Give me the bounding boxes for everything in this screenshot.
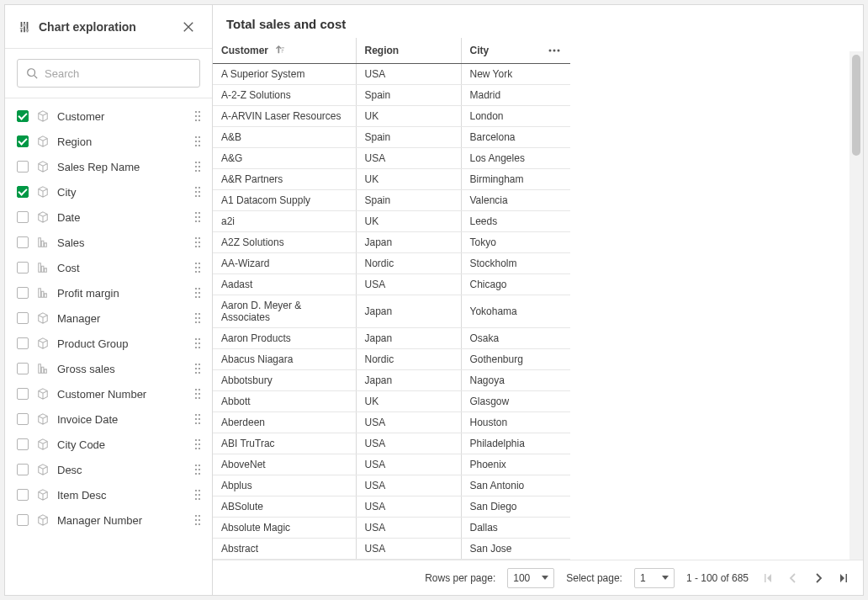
drag-handle-icon[interactable] <box>192 184 204 199</box>
drag-handle-icon[interactable] <box>192 210 204 225</box>
table-row[interactable]: Abacus NiagaraNordicGothenburg <box>213 349 570 370</box>
next-page-button[interactable] <box>811 571 826 586</box>
rows-per-page-select[interactable]: 100 <box>507 568 554 588</box>
dimension-icon <box>37 438 49 450</box>
table-row[interactable]: ABI TruTracUSAPhiladelphia <box>213 433 570 454</box>
checkbox[interactable] <box>17 388 29 400</box>
drag-handle-icon[interactable] <box>192 361 204 376</box>
search-box[interactable] <box>17 59 200 88</box>
cell-city: Houston <box>461 412 570 433</box>
field-item[interactable]: Invoice Date <box>5 406 212 432</box>
table-row[interactable]: A-2-Z SolutionsSpainMadrid <box>213 85 570 106</box>
field-item[interactable]: Customer <box>5 104 212 129</box>
table-row[interactable]: AboveNetUSAPhoenix <box>213 454 570 475</box>
table-row[interactable]: A&GUSALos Angeles <box>213 148 570 169</box>
drag-handle-icon[interactable] <box>192 311 204 326</box>
checkbox[interactable] <box>17 464 29 475</box>
drag-handle-icon[interactable] <box>192 386 204 401</box>
drag-handle-icon[interactable] <box>192 437 204 452</box>
checkbox[interactable] <box>17 110 29 122</box>
field-item[interactable]: Profit margin <box>5 280 212 305</box>
table-row[interactable]: A Superior SystemUSANew York <box>213 64 570 85</box>
field-item[interactable]: Customer Number <box>5 381 212 406</box>
field-item[interactable]: Item Desc <box>5 482 212 507</box>
column-header-region[interactable]: Region <box>356 38 461 64</box>
checkbox[interactable] <box>17 186 29 198</box>
field-item[interactable]: Cost <box>5 255 212 280</box>
checkbox[interactable] <box>17 161 29 173</box>
table-row[interactable]: AbstractUSASan Jose <box>213 539 570 560</box>
field-item[interactable]: Manager <box>5 305 212 331</box>
table-row[interactable]: AbbotsburyJapanNagoya <box>213 370 570 391</box>
svg-point-99 <box>198 515 200 517</box>
cell-customer: Aaron Products <box>213 328 356 349</box>
table-row[interactable]: Absolute MagicUSADallas <box>213 518 570 539</box>
field-item[interactable]: Sales Rep Name <box>5 154 212 179</box>
column-header-city[interactable]: City <box>461 38 570 64</box>
field-item[interactable]: City <box>5 179 212 204</box>
checkbox[interactable] <box>17 489 29 501</box>
checkbox[interactable] <box>17 236 29 248</box>
drag-handle-icon[interactable] <box>192 462 204 477</box>
drag-handle-icon[interactable] <box>192 336 204 351</box>
close-button[interactable] <box>178 17 198 37</box>
drag-handle-icon[interactable] <box>192 235 204 250</box>
vertical-scrollbar[interactable] <box>849 51 863 560</box>
checkbox[interactable] <box>17 438 29 450</box>
field-item[interactable]: City Code <box>5 432 212 457</box>
svg-point-33 <box>198 237 200 239</box>
table-row[interactable]: ABSoluteUSASan Diego <box>213 496 570 518</box>
scrollbar-thumb[interactable] <box>852 55 860 156</box>
drag-handle-icon[interactable] <box>192 285 204 300</box>
checkbox[interactable] <box>17 312 29 324</box>
checkbox[interactable] <box>17 363 29 374</box>
column-header-customer[interactable]: Customer <box>213 38 356 64</box>
measure-icon <box>37 363 49 374</box>
cell-customer: Abbotsbury <box>213 370 356 391</box>
drag-handle-icon[interactable] <box>192 159 204 174</box>
chevron-down-icon <box>542 576 548 580</box>
table-row[interactable]: A2Z SolutionsJapanTokyo <box>213 232 570 253</box>
table-row[interactable]: Aaron D. Meyer & AssociatesJapanYokohama <box>213 295 570 328</box>
select-page-select[interactable]: 1 <box>634 568 675 588</box>
last-page-button[interactable] <box>836 571 851 586</box>
field-item[interactable]: Desc <box>5 457 212 482</box>
table-row[interactable]: A&R PartnersUKBirmingham <box>213 169 570 190</box>
table-row[interactable]: AbbottUKGlasgow <box>213 391 570 412</box>
field-item[interactable]: Date <box>5 204 212 230</box>
checkbox[interactable] <box>17 413 29 425</box>
drag-handle-icon[interactable] <box>192 512 204 528</box>
field-item[interactable]: Region <box>5 129 212 154</box>
field-item[interactable]: Gross sales <box>5 356 212 381</box>
checkbox[interactable] <box>17 337 29 349</box>
checkbox[interactable] <box>17 135 29 147</box>
drag-handle-icon[interactable] <box>192 109 204 124</box>
table-row[interactable]: A-ARVIN Laser ResourcesUKLondon <box>213 106 570 127</box>
table-row[interactable]: A&BSpainBarcelona <box>213 127 570 148</box>
checkbox[interactable] <box>17 211 29 223</box>
table-row[interactable]: AbplusUSASan Antonio <box>213 475 570 496</box>
column-menu-icon[interactable] <box>548 49 560 52</box>
table-row[interactable]: Aaron ProductsJapanOsaka <box>213 328 570 349</box>
table-row[interactable]: AA-WizardNordicStockholm <box>213 253 570 274</box>
svg-point-38 <box>195 263 197 264</box>
checkbox[interactable] <box>17 514 29 526</box>
checkbox[interactable] <box>17 287 29 299</box>
checkbox[interactable] <box>17 262 29 273</box>
table-row[interactable]: A1 Datacom SupplySpainValencia <box>213 190 570 211</box>
field-item[interactable]: Product Group <box>5 331 212 356</box>
table-row[interactable]: AadastUSAChicago <box>213 274 570 295</box>
field-item[interactable]: Sales <box>5 230 212 255</box>
drag-handle-icon[interactable] <box>192 487 204 502</box>
dimension-icon <box>37 413 49 425</box>
prev-page-button[interactable] <box>786 571 801 586</box>
drag-handle-icon[interactable] <box>192 134 204 149</box>
cell-region: Nordic <box>356 253 461 274</box>
search-input[interactable] <box>45 67 191 80</box>
table-row[interactable]: AberdeenUSAHouston <box>213 412 570 433</box>
first-page-button[interactable] <box>760 571 775 586</box>
drag-handle-icon[interactable] <box>192 412 204 427</box>
field-item[interactable]: Manager Number <box>5 507 212 533</box>
drag-handle-icon[interactable] <box>192 260 204 275</box>
table-row[interactable]: a2iUKLeeds <box>213 211 570 232</box>
